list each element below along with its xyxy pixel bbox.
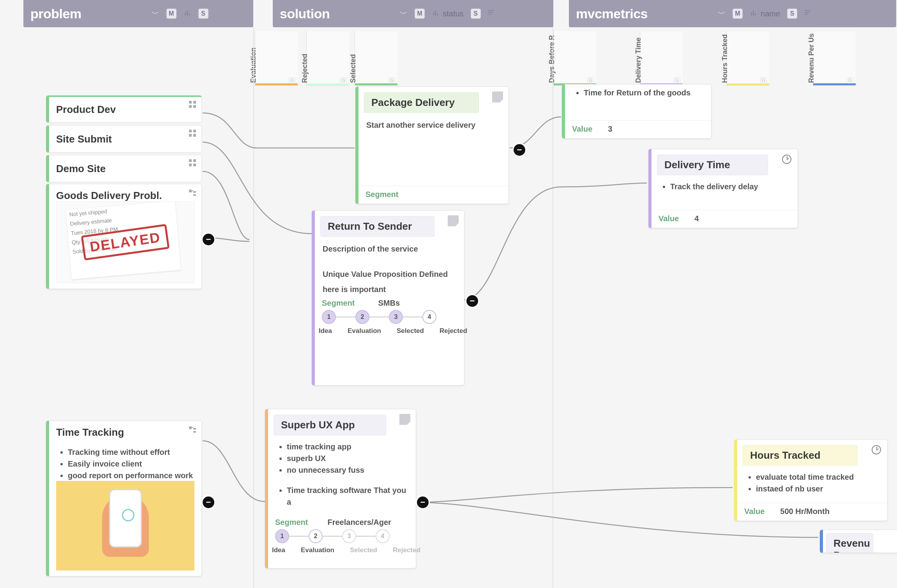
grid-icon — [189, 101, 196, 108]
status-stepper[interactable]: 1 2 3 4 — [268, 527, 416, 546]
group-icon: G — [289, 77, 295, 84]
collapse-knob[interactable]: − — [203, 496, 214, 508]
step-3[interactable]: 3 — [342, 529, 356, 543]
card-superb-ux[interactable]: Superb UX App time tracking app superb U… — [265, 409, 416, 569]
card-return-to-sender[interactable]: Return To Sender Description of the serv… — [312, 210, 464, 386]
chart-icon[interactable] — [432, 9, 440, 19]
segment-label: Segment — [275, 518, 308, 527]
card-footer: Segment — [358, 186, 509, 204]
card-hours-tracked[interactable]: Hours Tracked evaluate total time tracke… — [734, 439, 888, 521]
card-extra-bullet: Time tracking software That you a — [268, 478, 416, 510]
card-title: Superb UX App — [274, 415, 386, 435]
subcol-label: Days Before R — [548, 35, 556, 83]
chevron-down-icon[interactable]: ﹀ — [152, 9, 159, 19]
note-icon — [448, 215, 459, 226]
chevron-down-icon[interactable]: ﹀ — [400, 9, 408, 19]
sort-label: status — [443, 9, 463, 18]
subcol-label: Delivery Time — [634, 37, 643, 83]
collapse-knob[interactable]: − — [203, 234, 214, 245]
card-bullets: Tracking time without effort Easily invo… — [49, 444, 201, 484]
card-time-tracking[interactable]: Time Tracking Tracking time without effo… — [46, 421, 202, 576]
subcol-selected[interactable]: Selected G — [355, 31, 397, 86]
collapse-knob[interactable]: − — [514, 144, 525, 156]
step-4[interactable]: 4 — [376, 529, 390, 543]
card-bullets: Track the delivery delay — [652, 178, 798, 195]
card-title: Site Submit — [56, 133, 112, 145]
delayed-image: Not yet shipped Delivery estimate Tues 2… — [56, 201, 194, 283]
card-title: Time Tracking — [49, 421, 201, 444]
chart-icon[interactable] — [184, 9, 191, 19]
badge-m[interactable]: M — [415, 9, 425, 19]
step-labels: Idea Evaluation Selected Rejected — [315, 326, 464, 340]
subcol-hours-tracked[interactable]: Hours Tracked G — [726, 31, 769, 86]
group-icon: G — [388, 77, 395, 84]
note-icon — [492, 92, 503, 102]
badge-s[interactable]: S — [471, 9, 481, 19]
subcol-delivery-time[interactable]: Delivery Time G — [640, 31, 683, 86]
group-icon: G — [587, 77, 594, 84]
group-icon: G — [674, 77, 680, 84]
card-footer: Value 500 Hr/Month — [737, 503, 887, 521]
card-title: Revenu Per User — [826, 533, 873, 553]
sort-icon[interactable] — [804, 9, 811, 18]
badge-m[interactable]: M — [733, 9, 743, 19]
subcol-days-before[interactable]: Days Before R G — [553, 31, 596, 86]
card-title: Demo Site — [56, 163, 106, 175]
collapse-knob[interactable]: − — [466, 295, 478, 307]
subcol-label: Selected — [349, 54, 357, 83]
subcol-revenu-per-user[interactable]: Revenu Per Us G — [813, 31, 856, 86]
badge-s[interactable]: S — [787, 9, 797, 19]
grid-icon — [189, 159, 196, 166]
badge-s[interactable]: S — [198, 9, 208, 19]
step-2[interactable]: 2 — [355, 310, 369, 324]
card-demo-site[interactable]: Demo Site — [46, 155, 202, 182]
clock-icon — [782, 155, 791, 164]
subcol-evaluation[interactable]: Evaluation G — [255, 31, 298, 86]
subcol-rejected[interactable]: Rejected G — [306, 31, 349, 86]
card-revenu-per-user[interactable]: Revenu Per User — [820, 530, 897, 553]
sort-icon[interactable] — [488, 9, 495, 18]
column-problem-header[interactable]: problem ﹀ M S — [23, 0, 253, 27]
group-icon: G — [760, 77, 767, 84]
step-4[interactable]: 4 — [422, 310, 436, 324]
subcol-label: Hours Tracked — [721, 34, 729, 83]
phone-image — [56, 481, 194, 570]
card-footer: Value 3 — [565, 120, 711, 138]
group-icon: G — [847, 77, 853, 84]
card-text: Start another service delivery — [358, 116, 509, 134]
card-footer: Value 4 — [652, 210, 798, 228]
segment-label: Segment — [322, 299, 355, 308]
step-1[interactable]: 1 — [275, 529, 289, 543]
card-time-for-return[interactable]: Time for Return of the goods Value 3 — [562, 84, 712, 139]
badge-m[interactable]: M — [166, 9, 177, 19]
step-3[interactable]: 3 — [389, 310, 403, 324]
subcol-label: Revenu Per Us — [807, 33, 816, 83]
grid-icon — [189, 130, 196, 137]
segment-label: Segment — [366, 190, 398, 199]
status-stepper[interactable]: 1 2 3 4 — [315, 308, 464, 326]
step-1[interactable]: 1 — [322, 310, 336, 324]
card-site-submit[interactable]: Site Submit — [46, 125, 202, 153]
card-delivery-time[interactable]: Delivery Time Track the delivery delay V… — [648, 149, 798, 228]
step-2[interactable]: 2 — [309, 529, 323, 543]
chevron-down-icon[interactable]: ﹀ — [718, 9, 726, 19]
card-package-delivery[interactable]: Package Delivery Start another service d… — [355, 86, 509, 204]
chart-icon[interactable] — [750, 9, 758, 19]
subcol-label: Rejected — [301, 54, 309, 83]
column-solution-header[interactable]: solution ﹀ M status S — [273, 0, 553, 27]
card-title: Product Dev — [56, 104, 116, 116]
card-product-dev[interactable]: Product Dev — [46, 95, 202, 123]
group-icon: G — [340, 77, 347, 84]
column-solution-title: solution — [280, 6, 330, 21]
segment-value: SMBs — [378, 299, 400, 308]
card-uvp: Unique Value Proposition Defined — [315, 258, 464, 283]
sort-label: name — [761, 9, 780, 18]
card-goods-delivery[interactable]: Goods Delivery Probl. Not yet shipped De… — [46, 184, 202, 289]
column-divider — [553, 27, 553, 588]
card-bullets: Time for Return of the goods — [565, 85, 711, 101]
canvas: problem ﹀ M S solution ﹀ M status S mvcm… — [0, 0, 897, 588]
note-icon — [399, 414, 410, 425]
collapse-knob[interactable]: − — [417, 496, 429, 508]
column-mvcmetrics-header[interactable]: mvcmetrics ﹀ M name S — [569, 0, 896, 27]
tree-icon — [189, 426, 196, 433]
